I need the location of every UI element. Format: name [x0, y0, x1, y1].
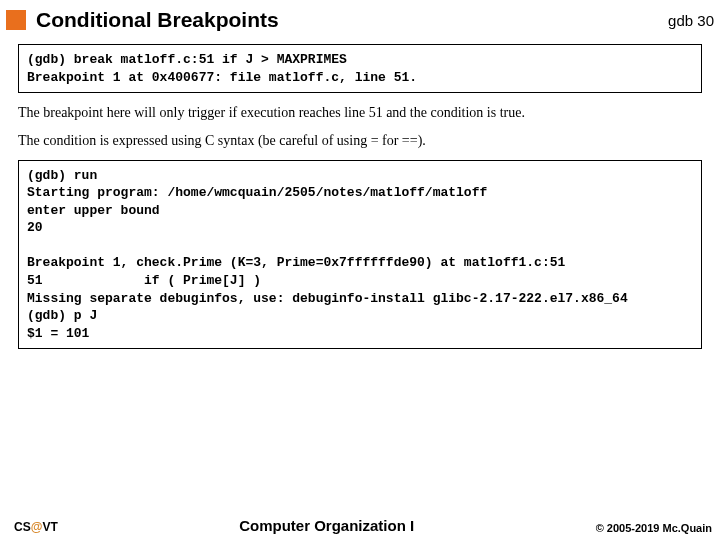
code-block-run: (gdb) run Starting program: /home/wmcqua… — [18, 160, 702, 349]
code-block-breakpoint: (gdb) break matloff.c:51 if J > MAXPRIME… — [18, 44, 702, 93]
slide-header: Conditional Breakpoints gdb 30 — [0, 0, 720, 38]
slide-footer: CS@VT Computer Organization I © 2005-201… — [0, 517, 720, 534]
header-left: Conditional Breakpoints — [6, 8, 279, 32]
page-number: 30 — [697, 12, 714, 29]
page-label: gdb 30 — [668, 12, 714, 29]
course-tag: gdb — [668, 12, 693, 29]
footer-at: @ — [31, 520, 43, 534]
paragraph-1: The breakpoint here will only trigger if… — [18, 103, 702, 123]
footer-left: CS@VT — [14, 520, 58, 534]
paragraph-2: The condition is expressed using C synta… — [18, 131, 702, 151]
footer-course-title: Computer Organization I — [239, 517, 414, 534]
footer-cs: CS — [14, 520, 31, 534]
footer-vt: VT — [42, 520, 57, 534]
bullet-square-icon — [6, 10, 26, 30]
footer-copyright: © 2005-2019 Mc.Quain — [596, 522, 712, 534]
slide-title: Conditional Breakpoints — [36, 8, 279, 32]
